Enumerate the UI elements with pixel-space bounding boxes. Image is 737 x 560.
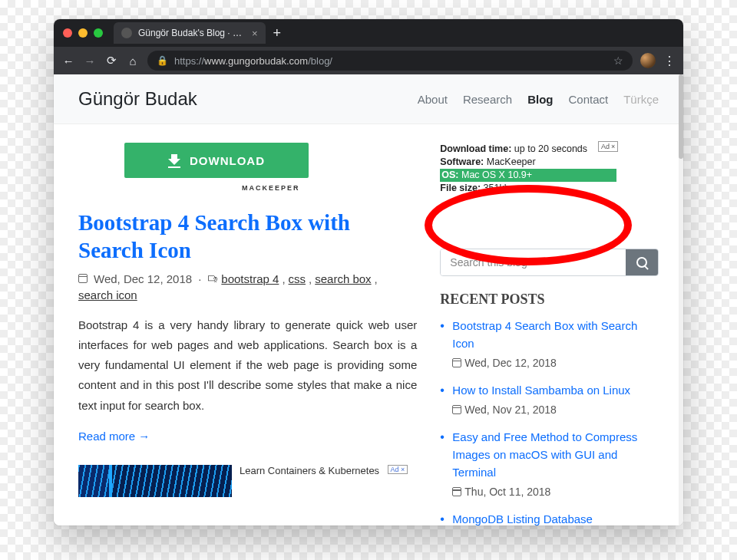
recent-post-link[interactable]: How to Install Sambamba on Linux [452,384,630,397]
nav-turkce[interactable]: Türkçe [623,93,659,106]
tag-icon: 🏷 [207,272,218,285]
main-column: DOWNLOAD MACKEEPER Bootstrap 4 Search Bo… [78,143,417,525]
lock-icon: 🔒 [157,55,168,66]
recent-post-link[interactable]: Easy and Free Method to Compress Images … [452,430,637,479]
ad-banner-2[interactable]: Learn Containers & Kubernetes Ad × [78,465,417,507]
search-box [440,249,659,276]
search-button[interactable] [626,249,658,275]
nav-about[interactable]: About [418,93,448,106]
site-brand[interactable]: Güngör Budak [78,88,197,110]
site-nav: About Research Blog Contact Türkçe [418,93,659,106]
close-window-icon[interactable] [63,28,72,38]
maximize-window-icon[interactable] [94,28,103,38]
url-bar[interactable]: 🔒 https://www.gungorbudak.com/blog/ ☆ [147,51,633,71]
ad2-text: Learn Containers & Kubernetes [240,465,379,476]
list-item: Bootstrap 4 Search Box with Search Icon … [440,317,659,372]
read-more-link[interactable]: Read more → [78,430,150,443]
page-content: Güngör Budak About Research Blog Contact… [54,74,683,525]
post-title: Bootstrap 4 Search Box with Search Icon [78,209,417,265]
recent-post-link[interactable]: MongoDB Listing Database [452,512,593,525]
calendar-icon [452,487,461,496]
titlebar: Güngör Budak's Blog · Bioinfor × + [54,19,683,47]
recent-posts-list: Bootstrap 4 Search Box with Search Icon … [440,317,659,526]
browser-tab[interactable]: Güngör Budak's Blog · Bioinfor × [114,22,266,44]
ad-info-box[interactable]: Ad× Download time: up to 20 seconds Soft… [440,143,616,195]
address-bar: ← → ⟳ ⌂ 🔒 https://www.gungorbudak.com/bl… [54,47,683,74]
nav-blog[interactable]: Blog [527,93,553,106]
calendar-icon [452,358,461,367]
sidebar: Ad× Download time: up to 20 seconds Soft… [440,143,659,525]
profile-avatar[interactable] [640,53,656,68]
back-button[interactable]: ← [61,54,75,68]
list-item: MongoDB Listing Database [440,510,659,525]
post-tag[interactable]: bootstrap 4 [221,272,279,285]
nav-contact[interactable]: Contact [568,93,608,106]
search-input[interactable] [441,249,626,275]
close-tab-icon[interactable]: × [252,28,258,39]
post-meta: Wed, Dec 12, 2018 · 🏷 bootstrap 4, css, … [78,272,417,301]
search-icon [636,257,647,268]
post-tag[interactable]: search icon [78,288,137,301]
ad-tag[interactable]: Ad× [598,141,618,152]
scrollbar-track[interactable] [679,74,683,525]
menu-button[interactable]: ⋮ [663,54,676,68]
browser-window: Güngör Budak's Blog · Bioinfor × + ← → ⟳… [54,19,683,525]
ad2-image [78,465,232,497]
ad2-tag[interactable]: Ad × [388,465,408,474]
ad-brand-label: MACKEEPER [124,184,417,192]
forward-button[interactable]: → [83,54,97,68]
post-tag[interactable]: css [289,272,306,285]
post-excerpt: Bootstrap 4 is a very handy library to g… [78,315,417,416]
reload-button[interactable]: ⟳ [104,54,118,68]
ad-download-label: DOWNLOAD [190,154,265,167]
recent-posts-heading: RECENT POSTS [440,292,659,308]
tab-title: Güngör Budak's Blog · Bioinfor [138,28,246,38]
download-icon [168,154,180,166]
url-text: https://www.gungorbudak.com/blog/ [174,55,332,67]
bookmark-icon[interactable]: ☆ [613,54,623,67]
list-item: How to Install Sambamba on Linux Wed, No… [440,381,659,419]
list-item: Easy and Free Method to Compress Images … [440,428,659,501]
recent-post-link[interactable]: Bootstrap 4 Search Box with Search Icon [452,319,637,350]
minimize-window-icon[interactable] [78,28,88,38]
scrollbar-thumb[interactable] [679,74,683,159]
home-button[interactable]: ⌂ [126,54,140,68]
favicon-icon [121,28,132,38]
nav-research[interactable]: Research [463,93,512,106]
post-date: Wed, Dec 12, 2018 [94,272,192,285]
new-tab-button[interactable]: + [273,26,282,40]
post-tag[interactable]: search box [315,272,371,285]
window-controls [63,28,103,38]
calendar-icon [78,274,88,283]
site-header: Güngör Budak About Research Blog Contact… [54,74,683,124]
post-title-link[interactable]: Bootstrap 4 Search Box with Search Icon [78,210,350,262]
calendar-icon [452,405,461,414]
ad-download-button[interactable]: DOWNLOAD [124,143,309,178]
